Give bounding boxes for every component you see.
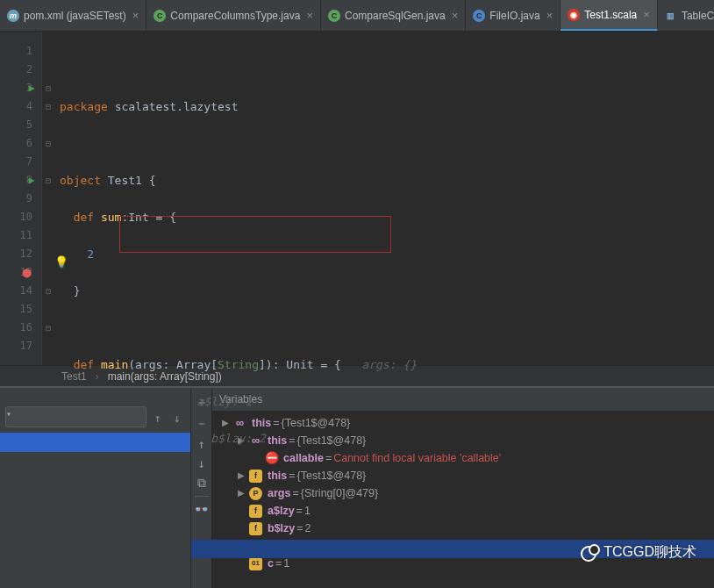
tab-label: FileIO.java bbox=[489, 10, 539, 22]
code-area[interactable]: 💡 package scalatest.lazytest object Test… bbox=[54, 32, 714, 365]
thread-selector[interactable]: ▾ bbox=[5, 406, 146, 427]
tab-tablecolumn[interactable]: ▥ TableColumn bbox=[658, 0, 714, 31]
highlight-box bbox=[119, 216, 391, 253]
wechat-icon bbox=[581, 544, 598, 562]
tab-label: CompareSqlGen.java bbox=[345, 10, 446, 22]
table-icon: ▥ bbox=[665, 10, 677, 22]
close-icon[interactable]: × bbox=[546, 9, 553, 22]
intention-bulb-icon[interactable]: 💡 bbox=[54, 253, 68, 271]
close-icon[interactable]: × bbox=[306, 9, 313, 22]
breakpoint-icon[interactable]: ⬤ bbox=[19, 263, 33, 282]
fold-column[interactable]: ⊟⊟ ⊟ ⊟ ⊟ ⊟ bbox=[42, 32, 54, 365]
tab-compare-sql[interactable]: C CompareSqlGen.java × bbox=[321, 0, 466, 31]
tab-compare-columns[interactable]: C CompareColumnsType.java × bbox=[146, 0, 321, 31]
tab-label: TableColumn bbox=[682, 10, 714, 22]
watermark-text: TCGGD聊技术 bbox=[603, 543, 696, 562]
class-icon: C bbox=[154, 10, 166, 22]
close-icon[interactable]: × bbox=[452, 9, 459, 22]
tab-test1-scala[interactable]: ◉ Test1.scala × bbox=[560, 0, 658, 31]
line-gutter[interactable]: 1 2 3▶ 4 5 6 7 8▶ 9 10 11 12 13⬤ 14 15 1… bbox=[0, 32, 42, 365]
tab-label: CompareColumnsType.java bbox=[170, 10, 300, 22]
close-icon[interactable]: × bbox=[132, 9, 139, 22]
maven-icon: m bbox=[7, 10, 19, 22]
next-frame-button[interactable]: ↓ bbox=[169, 408, 185, 427]
run-gutter-icon[interactable]: ▶ bbox=[25, 79, 39, 97]
watermark: TCGGD聊技术 bbox=[581, 543, 696, 562]
frames-panel: ▾ ↑ ↓ bbox=[0, 388, 191, 588]
editor: 1 2 3▶ 4 5 6 7 8▶ 9 10 11 12 13⬤ 14 15 1… bbox=[0, 32, 714, 365]
tab-fileio[interactable]: C FileIO.java × bbox=[466, 0, 560, 31]
close-icon[interactable]: × bbox=[643, 8, 650, 21]
class-icon: C bbox=[328, 10, 340, 22]
tab-pom[interactable]: m pom.xml (javaSETest) × bbox=[0, 0, 146, 31]
tab-label: Test1.scala bbox=[584, 9, 637, 21]
tab-bar: m pom.xml (javaSETest) × C CompareColumn… bbox=[0, 0, 714, 32]
prev-frame-button[interactable]: ↑ bbox=[150, 408, 166, 427]
tab-label: pom.xml (javaSETest) bbox=[24, 10, 126, 22]
class-icon: C bbox=[473, 10, 485, 22]
frame-row[interactable] bbox=[0, 433, 190, 452]
scala-icon: ◉ bbox=[568, 9, 580, 21]
run-gutter-icon[interactable]: ▶ bbox=[25, 171, 39, 190]
